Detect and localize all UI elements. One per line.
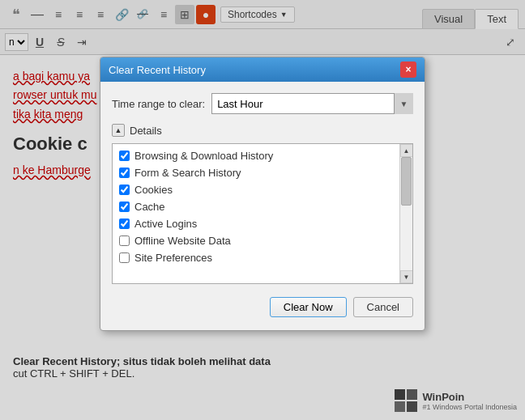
time-range-select-wrapper: Last Hour Last Two Hours Last Four Hours… [211,93,413,114]
checkbox-cookies[interactable] [119,185,130,195]
label-site-preferences[interactable]: Site Preferences [134,252,212,264]
details-header[interactable]: ▲ Details [112,124,413,137]
scrollbar-track [400,157,412,270]
time-range-label: Time range to clear: [112,98,205,110]
cancel-button[interactable]: Cancel [353,297,413,317]
list-item: Form & Search History [113,164,412,181]
dialog-footer: Clear Now Cancel [112,294,413,322]
checkbox-offline-website-data[interactable] [119,235,130,246]
label-cache[interactable]: Cache [134,201,165,213]
details-toggle-button[interactable]: ▲ [112,124,125,137]
label-form-search-history[interactable]: Form & Search History [134,167,241,179]
dialog-body: Time range to clear: Last Hour Last Two … [100,82,425,330]
checkbox-active-logins[interactable] [119,218,130,229]
list-item: Offline Website Data [113,232,412,249]
scrollbar-thumb[interactable] [401,157,412,206]
dialog-title: Clear Recent History [109,64,206,76]
label-active-logins[interactable]: Active Logins [134,218,197,230]
dialog-titlebar: Clear Recent History × [100,57,425,82]
checkbox-site-preferences[interactable] [119,252,130,263]
dialog-close-button[interactable]: × [400,62,416,78]
list-item: Browsing & Download History [113,147,412,164]
scrollbar-down-arrow[interactable]: ▼ [400,270,413,283]
checkbox-form-search-history[interactable] [119,168,130,178]
scrollbar-up-arrow[interactable]: ▲ [400,144,413,157]
details-panel: Browsing & Download History Form & Searc… [112,143,413,284]
list-item: Cache [113,198,412,215]
list-item: Active Logins [113,215,412,232]
list-item: Site Preferences [113,249,412,266]
label-cookies[interactable]: Cookies [134,184,173,196]
details-list: Browsing & Download History Form & Searc… [113,144,412,283]
details-scrollbar: ▲ ▼ [399,144,412,283]
clear-history-dialog: Clear Recent History × Time range to cle… [100,57,425,331]
clear-now-button[interactable]: Clear Now [270,297,347,317]
modal-overlay: Clear Recent History × Time range to cle… [0,0,525,420]
details-label: Details [130,125,162,137]
checkbox-cache[interactable] [119,202,130,212]
time-range-select[interactable]: Last Hour Last Two Hours Last Four Hours… [211,93,413,114]
label-offline-website-data[interactable]: Offline Website Data [134,235,231,247]
list-item: Cookies [113,181,412,198]
checkbox-browsing-history[interactable] [119,151,130,161]
label-browsing-history[interactable]: Browsing & Download History [134,150,273,162]
time-range-row: Time range to clear: Last Hour Last Two … [112,93,413,114]
